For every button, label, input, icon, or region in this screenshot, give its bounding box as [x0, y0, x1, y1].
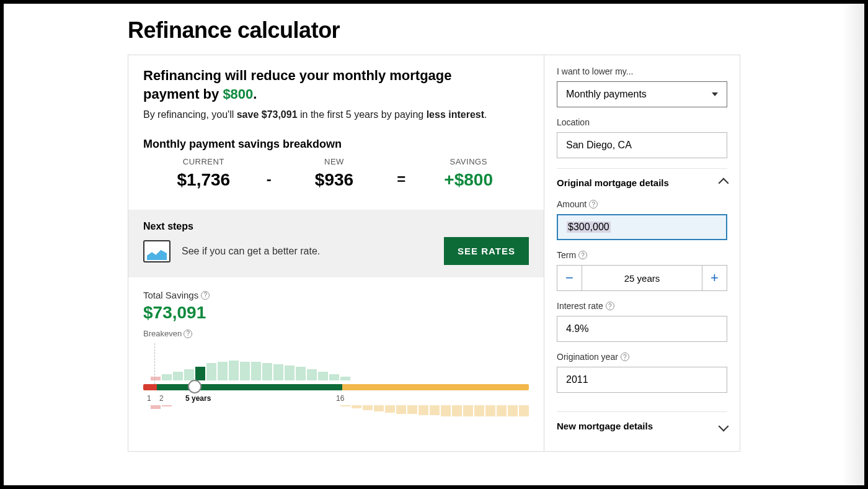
tick-1: 1 [147, 394, 151, 403]
tick-16: 16 [336, 394, 344, 403]
help-icon[interactable]: ? [184, 330, 192, 338]
goal-value: Monthly payments [566, 89, 647, 100]
breakdown-title: Monthly payment savings breakdown [143, 138, 529, 151]
savings-bar [229, 361, 239, 380]
original-mortgage-title: Original mortgage details [557, 177, 669, 188]
cost-bar [519, 405, 529, 416]
savings-chart[interactable]: 1 2 5 years 16 [143, 343, 529, 418]
chevron-up-icon [719, 177, 729, 188]
chevron-down-icon [719, 421, 729, 431]
page-title: Refinance calculator [128, 17, 740, 43]
help-icon[interactable]: ? [621, 352, 629, 361]
savings-bar [195, 367, 205, 380]
ticks: 1 2 5 years 16 [143, 394, 529, 404]
track-positive [157, 384, 342, 390]
rate-input[interactable]: 4.9% [557, 316, 727, 342]
headline-tail: . [253, 86, 257, 102]
cost-bar [352, 405, 361, 408]
savings-bar [285, 366, 294, 380]
cost-bar [441, 405, 451, 416]
savings-bar [273, 364, 283, 380]
help-icon[interactable]: ? [201, 291, 210, 300]
breakeven-line [154, 343, 155, 390]
help-icon[interactable]: ? [589, 200, 598, 209]
amount-input[interactable]: $300,000 [557, 214, 727, 240]
savings-bar [262, 363, 272, 380]
total-savings-label: Total Savings ? [143, 290, 529, 300]
term-label: Term ? [557, 250, 727, 260]
savings-bar [251, 362, 261, 380]
cost-bar [474, 405, 484, 416]
cost-bar [151, 405, 161, 409]
cost-bar [385, 405, 395, 413]
cost-bar [162, 405, 172, 406]
location-label: Location [557, 117, 727, 127]
goal-select[interactable]: Monthly payments [557, 81, 727, 107]
amount-value: $300,000 [567, 222, 611, 233]
slider-thumb[interactable] [188, 380, 202, 393]
savings-bar [206, 363, 216, 380]
inputs-panel: I want to lower my... Monthly payments L… [544, 55, 740, 451]
results-panel: Refinancing will reduce your monthly mor… [128, 55, 544, 451]
cost-bar [452, 405, 462, 416]
summary-headline: Refinancing will reduce your monthly mor… [143, 66, 490, 103]
original-mortgage-toggle[interactable]: Original mortgage details [557, 168, 727, 197]
minus-op: - [262, 171, 277, 188]
rate-value: 4.9% [566, 323, 588, 334]
term-decrement-button[interactable]: − [557, 266, 582, 290]
current-value: $1,736 [146, 170, 262, 190]
timeline-slider[interactable] [143, 384, 529, 390]
tick-2: 2 [159, 394, 164, 403]
cost-bar [396, 405, 406, 414]
savings-value: +$800 [410, 170, 526, 190]
new-mortgage-toggle[interactable]: New mortgage details [557, 411, 727, 440]
breakeven-label: Breakeven ? [143, 329, 529, 338]
cost-bar [407, 405, 417, 414]
cost-bar [363, 405, 373, 410]
breakdown-row: CURRENT $1,736 - NEW $936 = SAVINGS +$80… [143, 157, 529, 201]
help-icon[interactable]: ? [578, 251, 587, 259]
cost-bar [497, 405, 507, 416]
caret-down-icon [712, 92, 718, 96]
current-label: CURRENT [146, 157, 262, 166]
equals-op: = [392, 171, 410, 188]
cost-bar [374, 405, 384, 411]
new-mortgage-title: New mortgage details [557, 421, 653, 431]
next-steps: Next steps See if you can get a better r… [128, 210, 544, 277]
chart-icon [143, 240, 170, 262]
savings-bar [162, 374, 172, 380]
goal-label: I want to lower my... [557, 66, 727, 76]
new-value: $936 [277, 170, 392, 190]
savings-bar [307, 369, 317, 380]
savings-label: SAVINGS [410, 157, 526, 166]
cost-bar [418, 405, 428, 415]
savings-bar [296, 367, 306, 380]
next-steps-title: Next steps [143, 221, 529, 232]
term-value: 25 years [582, 266, 702, 290]
cost-bar [430, 405, 440, 415]
year-value: 2011 [566, 374, 588, 385]
cost-bar [463, 405, 473, 416]
amount-label: Amount ? [557, 199, 727, 209]
term-increment-button[interactable]: + [702, 266, 727, 290]
help-icon[interactable]: ? [606, 302, 614, 310]
location-value: San Diego, CA [566, 140, 632, 151]
savings-bar [173, 372, 183, 380]
term-stepper[interactable]: − 25 years + [557, 265, 727, 291]
savings-bar [184, 369, 194, 380]
location-input[interactable]: San Diego, CA [557, 132, 727, 158]
headline-text: Refinancing will reduce your monthly mor… [143, 68, 452, 102]
savings-bar [329, 374, 339, 380]
savings-bar [151, 377, 161, 380]
original-mortgage-body: Amount ? $300,000 Term ? − 25 years + In… [557, 197, 727, 411]
next-steps-text: See if you can get a better rate. [182, 246, 320, 257]
savings-bar [318, 372, 328, 380]
headline-amount: $800 [223, 86, 253, 102]
new-label: NEW [277, 157, 392, 166]
track-future [342, 384, 529, 390]
savings-bar [340, 377, 350, 380]
year-input[interactable]: 2011 [557, 367, 727, 393]
see-rates-button[interactable]: SEE RATES [444, 237, 529, 265]
total-savings-amount: $73,091 [143, 303, 529, 323]
calculator-card: Refinancing will reduce your monthly mor… [128, 55, 740, 452]
